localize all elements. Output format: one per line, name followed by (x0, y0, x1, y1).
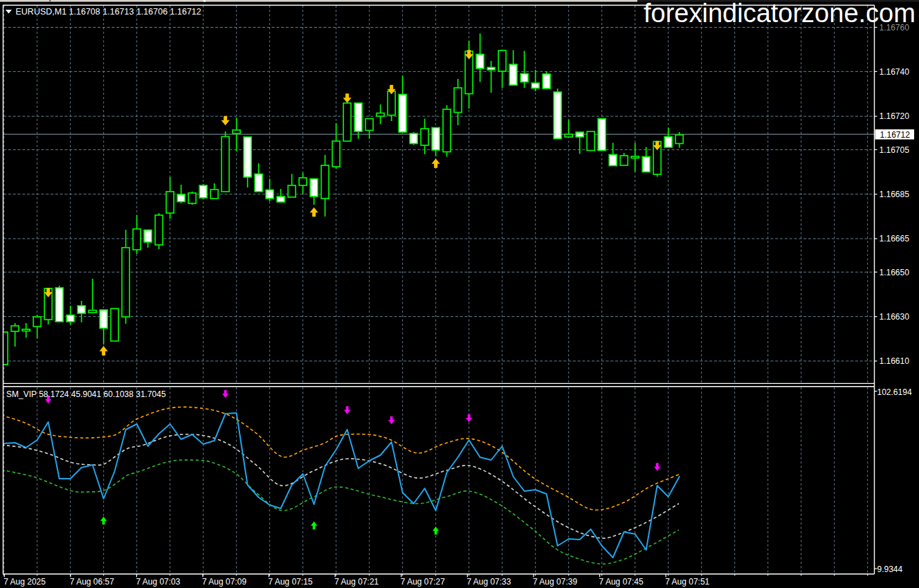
svg-text:7 Aug 07:27: 7 Aug 07:27 (401, 577, 445, 587)
svg-text:7 Aug 07:21: 7 Aug 07:21 (334, 577, 379, 587)
svg-text:7 Aug 07:03: 7 Aug 07:03 (136, 577, 180, 587)
svg-text:1.16650: 1.16650 (880, 268, 910, 277)
svg-text:1.16740: 1.16740 (880, 67, 910, 77)
svg-text:1.16705: 1.16705 (880, 145, 910, 155)
svg-text:1.16712: 1.16712 (880, 130, 911, 140)
svg-text:7 Aug 07:33: 7 Aug 07:33 (466, 577, 511, 587)
svg-text:1.16630: 1.16630 (880, 312, 910, 322)
svg-text:7 Aug 2025: 7 Aug 2025 (3, 577, 46, 587)
svg-text:1.16685: 1.16685 (880, 190, 910, 199)
svg-text:7 Aug 06:57: 7 Aug 06:57 (70, 577, 114, 587)
svg-text:7 Aug 07:51: 7 Aug 07:51 (665, 577, 709, 587)
svg-text:SM_VIP 58.1724 45.9041 60.1038: SM_VIP 58.1724 45.9041 60.1038 31.7045 (6, 389, 166, 399)
svg-text:1.16665: 1.16665 (880, 234, 910, 244)
svg-text:1.16610: 1.16610 (880, 356, 910, 366)
svg-text:7 Aug 07:45: 7 Aug 07:45 (599, 577, 644, 587)
svg-text:7 Aug 07:15: 7 Aug 07:15 (269, 577, 313, 587)
svg-text:7 Aug 07:09: 7 Aug 07:09 (202, 577, 246, 587)
svg-text:EURUSD,M1 1.16708 1.16713 1.16: EURUSD,M1 1.16708 1.16713 1.16706 1.1671… (16, 7, 201, 17)
svg-text:1.16720: 1.16720 (880, 111, 910, 121)
svg-text:9.9344: 9.9344 (877, 564, 903, 574)
svg-text:forexindicatorzone.com: forexindicatorzone.com (644, 0, 916, 28)
svg-text:102.6194: 102.6194 (877, 387, 912, 397)
svg-text:7 Aug 07:39: 7 Aug 07:39 (533, 577, 577, 587)
